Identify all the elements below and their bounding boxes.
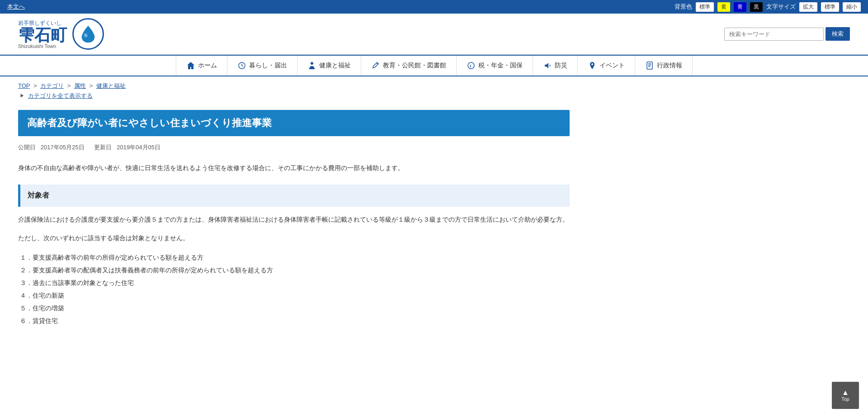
font-size-label: 文字サイズ <box>766 3 796 11</box>
list-item: １．要支援高齢者等の前年の所得が定められている額を超える方 <box>18 251 570 264</box>
nav-label-education: 教育・公民館・図書館 <box>383 62 446 70</box>
section1-heading: 対象者 <box>18 185 570 207</box>
article-dates: 公開日 2017年05月25日 更新日 2019年04月05日 <box>18 143 570 155</box>
article-title-bar: 高齢者及び障がい者にやさしい住まいづくり推進事業 <box>18 110 570 136</box>
svg-rect-5 <box>647 62 652 69</box>
document-icon <box>645 61 654 70</box>
nav-item-home[interactable]: ホーム <box>176 56 227 76</box>
main-nav: ホーム 暮らし・届出 健康と福祉 教育・公民館・図書館 ¥ 税・年金・国保 防災 <box>0 55 868 76</box>
breadcrumb-sep-2: > <box>67 82 72 89</box>
logo-icon <box>72 18 104 50</box>
skip-to-content-link[interactable]: 本文へ <box>7 3 25 11</box>
bg-standard-button[interactable]: 標準 <box>696 2 714 12</box>
location-icon <box>588 61 597 70</box>
bg-color-label: 背景色 <box>675 3 692 11</box>
show-categories-row: ▶ カテゴリを全て表示する <box>18 92 850 100</box>
article-title: 高齢者及び障がい者にやさしい住まいづくり推進事業 <box>27 117 272 128</box>
nav-item-living[interactable]: 暮らし・届出 <box>227 56 297 76</box>
nav-item-event[interactable]: イベント <box>578 56 635 76</box>
breadcrumb-sep-1: > <box>33 82 38 89</box>
nav-label-health: 健康と福祉 <box>319 62 351 70</box>
publish-label: 公開日 <box>18 144 36 151</box>
list-item: ２．要支援高齢者等の配偶者又は扶養義務者の前年の所得が定められている額を超える方 <box>18 264 570 276</box>
clock-icon <box>237 61 246 70</box>
bg-black-button[interactable]: 黒 <box>750 2 763 12</box>
publish-date: 2017年05月25日 <box>41 144 85 151</box>
logo-romaji: Shizukuishi Town <box>18 43 67 49</box>
nav-item-health[interactable]: 健康と福祉 <box>297 56 361 76</box>
breadcrumb-attribute[interactable]: 属性 <box>74 82 86 89</box>
nav-label-admin: 行政情報 <box>657 62 682 70</box>
nav-item-tax[interactable]: ¥ 税・年金・国保 <box>457 56 533 76</box>
accessibility-controls: 背景色 標準 黄 青 黒 文字サイズ 拡大 標準 縮小 <box>675 2 861 12</box>
triangle-icon: ▶ <box>20 93 24 99</box>
nav-label-living: 暮らし・届出 <box>249 62 287 70</box>
search-input[interactable] <box>724 28 824 41</box>
nav-item-admin[interactable]: 行政情報 <box>635 56 693 76</box>
list-item: ５．住宅の増築 <box>18 302 570 314</box>
breadcrumb: TOP > カテゴリ > 属性 > 健康と福祉 ▶ カテゴリを全て表示する <box>0 76 868 103</box>
accessibility-bar: 本文へ 背景色 標準 黄 青 黒 文字サイズ 拡大 標準 縮小 <box>0 0 868 14</box>
nav-item-disaster[interactable]: 防災 <box>533 56 578 76</box>
nav-item-education[interactable]: 教育・公民館・図書館 <box>361 56 457 76</box>
list-item: ４．住宅の新築 <box>18 289 570 302</box>
logo-kanji: 雫石町 <box>18 27 67 43</box>
main-content: 高齢者及び障がい者にやさしい住まいづくり推進事業 公開日 2017年05月25日… <box>0 103 588 352</box>
nav-label-tax: 税・年金・国保 <box>478 62 523 70</box>
show-categories-link[interactable]: カテゴリを全て表示する <box>28 92 93 100</box>
breadcrumb-top[interactable]: TOP <box>18 82 30 89</box>
water-drop-svg <box>79 25 97 43</box>
nav-label-home: ホーム <box>198 62 217 70</box>
nav-label-event: イベント <box>599 62 625 70</box>
megaphone-icon <box>543 61 552 70</box>
svg-point-2 <box>311 62 313 65</box>
list-item: ３．過去に当該事業の対象となった住宅 <box>18 276 570 289</box>
svg-text:¥: ¥ <box>469 64 472 68</box>
house-icon <box>186 61 195 70</box>
section1-list: １．要支援高齢者等の前年の所得が定められている額を超える方 ２．要支援高齢者等の… <box>18 251 570 327</box>
nav-label-disaster: 防災 <box>555 62 567 70</box>
bg-yellow-button[interactable]: 黄 <box>717 2 730 12</box>
breadcrumb-category[interactable]: カテゴリ <box>40 82 64 89</box>
breadcrumb-sep-3: > <box>90 82 94 89</box>
article-intro: 身体の不自由な高齢者や障がい者が、快適に日常生活を送れるよう住宅を改修する場合に… <box>18 162 570 174</box>
pencil-icon <box>371 61 380 70</box>
section1-body2: ただし、次のいずれかに該当する場合は対象となりません。 <box>18 233 570 244</box>
font-small-button[interactable]: 縮小 <box>843 2 861 12</box>
font-standard-button[interactable]: 標準 <box>821 2 839 12</box>
update-label: 更新日 <box>94 144 112 151</box>
site-header: 岩手県しずくいし 雫石町 Shizukuishi Town 検索 <box>0 14 868 55</box>
list-item: ６．賃貸住宅 <box>18 314 570 327</box>
logo-area: 岩手県しずくいし 雫石町 Shizukuishi Town <box>18 18 104 50</box>
section1-body1: 介護保険法における介護度が要支援から要介護５までの方または、身体障害者福祉法にお… <box>18 214 570 225</box>
yen-icon: ¥ <box>467 61 476 70</box>
person-icon <box>307 61 316 70</box>
font-large-button[interactable]: 拡大 <box>799 2 817 12</box>
article-body: 身体の不自由な高齢者や障がい者が、快適に日常生活を送れるよう住宅を改修する場合に… <box>18 162 570 327</box>
bg-blue-button[interactable]: 青 <box>734 2 746 12</box>
search-button[interactable]: 検索 <box>826 27 850 41</box>
update-date: 2019年04月05日 <box>117 144 160 151</box>
logo-text: 岩手県しずくいし 雫石町 Shizukuishi Town <box>18 19 67 49</box>
breadcrumb-health[interactable]: 健康と福祉 <box>96 82 126 89</box>
search-area: 検索 <box>724 27 850 41</box>
